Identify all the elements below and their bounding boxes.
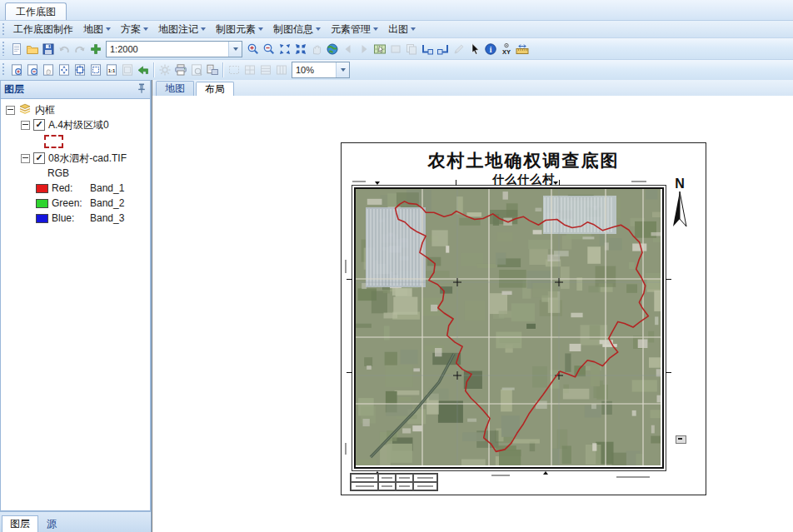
edit-pencil-icon [451,41,466,57]
layer-visibility-checkbox[interactable]: ✓ [33,119,45,131]
north-arrow-icon [669,190,691,233]
zoom-one-to-one-icon[interactable]: 1:1 [103,62,119,78]
tab-layout-view[interactable]: 布局 [196,82,234,97]
collapse-icon[interactable] [6,106,15,115]
next-extent-icon [356,41,372,57]
clear-selection-icon [387,41,403,57]
chevron-down-icon[interactable] [336,62,349,77]
menu-item-label: 制图元素 [216,22,256,37]
frame-tick [543,471,548,475]
full-extent-icon[interactable] [292,41,308,57]
sketch-tool-2-icon[interactable] [435,41,451,57]
document-tab[interactable]: 工作底图 [5,2,67,20]
view-tab-strip: 地图 布局 [152,80,793,97]
svg-text:XY: XY [501,48,510,56]
chevron-down-icon [373,27,378,31]
sketch-tool-1-icon[interactable] [419,41,435,57]
menu-item-2[interactable]: 方案 [116,21,153,38]
new-document-icon[interactable] [8,41,24,57]
layers-tree: 内框 ✓ A.4村级区域0 ✓ 08水泗村-cad.TIF RGB Red: B… [0,99,151,511]
page-setup-icon[interactable] [204,62,220,78]
toolbar-grip[interactable] [2,42,6,57]
map-scale-combo[interactable]: 1:2000 [106,41,242,57]
print-icon[interactable] [172,62,188,78]
previous-extent-icon [340,41,356,57]
layers-panel: 图层 内框 ✓ A.4村级区域0 [0,80,152,532]
measure-icon[interactable] [514,41,530,57]
identify-icon[interactable]: i [482,41,498,57]
layer-visibility-checkbox[interactable]: ✓ [33,152,45,164]
go-to-xy-icon[interactable]: XY [498,41,514,57]
layout-pan-icon[interactable] [40,62,56,78]
table-cell [351,474,378,482]
select-elements-icon[interactable] [466,41,482,57]
table-cell [378,482,396,490]
zoom-page-extent-icon[interactable] [72,62,87,78]
zoom-whole-page-icon[interactable] [56,62,72,78]
layout-zoom-combo-value[interactable]: 10% [292,65,336,75]
band-row-red[interactable]: Red: Band_1 [1,181,150,196]
select-by-rectangle-icon[interactable] [372,41,387,57]
tab-layers[interactable]: 图层 [2,515,38,532]
zoom-to-rectangle-icon[interactable] [87,62,103,78]
toolbar-grip[interactable] [2,63,6,77]
tree-node-raster-layer[interactable]: ✓ 08水泗村-cad.TIF [1,151,150,166]
band-row-green[interactable]: Green: Band_2 [1,196,150,211]
table-cell [396,474,413,482]
green-band-swatch [36,199,48,208]
menu-item-label: 地图 [83,22,103,37]
tree-node-village-layer[interactable]: ✓ A.4村级区域0 [1,117,150,132]
map-frame-inner [354,187,664,469]
band-row-blue[interactable]: Blue: Band_3 [1,211,150,226]
main-toolbar: 1:2000iXY [0,38,793,60]
svg-text:1:1: 1:1 [107,68,115,73]
menu-item-1[interactable]: 地图 [78,21,116,38]
map-scale-combo-value[interactable]: 1:2000 [107,44,228,54]
menu-bar: 工作底图制作地图方案地图注记制图元素制图信息元素管理出图 [0,21,793,38]
globe-icon[interactable] [324,41,340,57]
fixed-zoom-in-icon[interactable] [277,41,292,57]
tree-node-frame[interactable]: 内框 [1,102,150,117]
table-cell [378,474,396,482]
collapse-icon[interactable] [21,121,30,130]
save-icon[interactable] [40,41,56,57]
chevron-down-icon[interactable] [228,42,242,57]
layout-zoom-out-icon[interactable] [24,62,40,78]
toolbar-grip[interactable] [2,23,6,35]
toolbar-separator [153,62,154,77]
tab-map-view[interactable]: 地图 [156,81,194,96]
menu-item-6[interactable]: 元素管理 [326,21,383,38]
grid-tick [666,279,671,280]
band-name-label: Band_2 [90,197,124,209]
layers-panel-title: 图层 [4,82,137,97]
menu-item-0[interactable]: 工作底图制作 [8,21,78,38]
menu-item-4[interactable]: 制图元素 [211,21,268,38]
layout-zoom-combo[interactable]: 10% [292,62,350,78]
zoom-out-icon[interactable] [261,41,277,57]
add-data-icon[interactable] [87,41,103,57]
band-name-label: Band_1 [90,182,124,194]
layout-canvas[interactable]: 农村土地确权调查底图 什么什么村 [152,96,793,532]
select-frame-icon [226,62,242,78]
tab-source[interactable]: 源 [39,516,64,532]
fixed-page-zoom-icon [119,62,135,78]
layout-zoom-in-icon[interactable] [8,62,24,78]
menu-item-7[interactable]: 出图 [383,21,421,38]
mini-legend-symbol[interactable] [676,435,686,444]
open-folder-icon[interactable] [24,41,40,57]
menu-item-3[interactable]: 地图注记 [153,21,211,38]
collapse-icon[interactable] [21,154,30,163]
village-layer-symbol[interactable] [1,132,150,151]
map-info-table [350,473,438,491]
layout-page[interactable]: 农村土地确权调查底图 什么什么村 [341,142,706,495]
menu-item-5[interactable]: 制图信息 [268,21,326,38]
menu-item-label: 地图注记 [158,22,198,37]
zoom-in-icon[interactable] [245,41,261,57]
north-arrow[interactable]: N [668,178,691,236]
redo-icon [72,41,87,57]
blue-band-swatch [36,214,48,223]
satellite-map-image [356,189,661,465]
pin-icon[interactable] [137,82,147,97]
go-back-extent-icon[interactable] [135,62,151,78]
panel-bottom-tabs: 图层 源 [0,511,151,532]
